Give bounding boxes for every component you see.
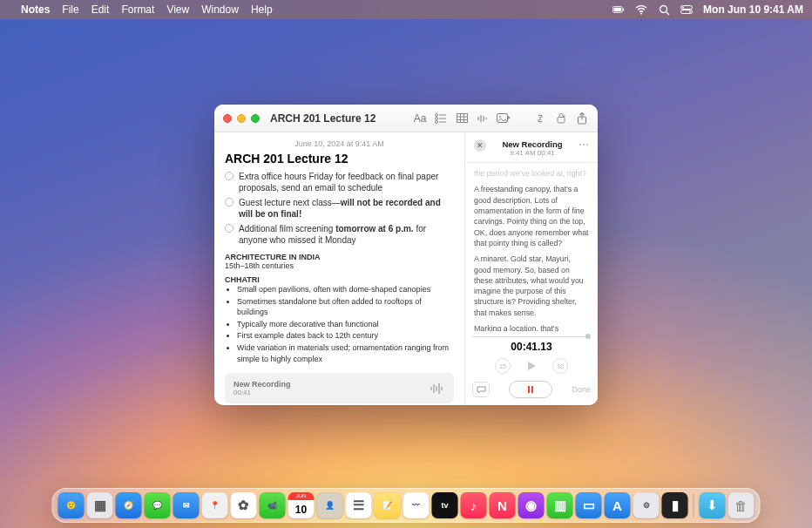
- done-button[interactable]: Done: [572, 385, 591, 394]
- checkbox[interactable]: [225, 224, 233, 233]
- wifi-icon[interactable]: [635, 3, 647, 16]
- skip-forward-button[interactable]: 30: [552, 358, 568, 374]
- svg-point-12: [436, 117, 438, 119]
- menu-edit[interactable]: Edit: [91, 3, 110, 16]
- bullet-item: Small open pavilions, often with dome-sh…: [237, 284, 454, 295]
- dock-trash[interactable]: 🗑: [728, 492, 754, 518]
- recording-attachment[interactable]: New Recording 00:41: [225, 373, 454, 403]
- table-icon[interactable]: [455, 112, 469, 125]
- dock: 🙂▦🧭💬✉︎📍✿📹JUN10👤☰📝〰︎tv♪N◉▥▭A⚙︎▮⬇︎🗑: [52, 488, 761, 523]
- recording-transcript[interactable]: the period we've looked at, right? A fre…: [465, 163, 598, 331]
- window-minimize-button[interactable]: [237, 114, 246, 123]
- transcript-toggle-icon[interactable]: [472, 382, 490, 397]
- control-center-icon[interactable]: [680, 3, 693, 16]
- audio-record-icon[interactable]: [476, 112, 490, 125]
- dock-launchpad[interactable]: ▦: [87, 492, 113, 518]
- dock-maps[interactable]: 📍: [202, 492, 228, 518]
- dock-freeform[interactable]: 〰︎: [403, 492, 430, 518]
- dock-notes[interactable]: 📝: [375, 492, 401, 518]
- note-content-pane[interactable]: June 10, 2024 at 9:41 AM ARCH 201 Lectur…: [214, 132, 465, 405]
- dock-reminders[interactable]: ☰: [346, 492, 372, 518]
- svg-rect-16: [457, 114, 467, 123]
- spotlight-icon[interactable]: [658, 3, 670, 16]
- recording-more-icon[interactable]: ⋯: [579, 139, 589, 150]
- checkbox[interactable]: [225, 198, 233, 206]
- battery-icon[interactable]: [612, 3, 625, 16]
- dock-contacts[interactable]: 👤: [317, 492, 343, 518]
- dock-news[interactable]: N: [490, 492, 516, 518]
- note-title: ARCH 201 Lecture 12: [225, 152, 454, 166]
- recording-time: 00:41.13: [472, 341, 591, 353]
- svg-point-7: [682, 7, 684, 9]
- svg-point-4: [660, 5, 667, 12]
- app-name-menu[interactable]: Notes: [21, 3, 50, 16]
- recording-name: New Recording: [491, 139, 573, 149]
- recording-close-button[interactable]: ✕: [474, 139, 486, 152]
- link-icon[interactable]: [533, 112, 547, 125]
- transcript-paragraph: A minaret. Gold star, Mayuri, good memor…: [474, 254, 589, 318]
- attachment-name: New Recording: [233, 380, 423, 389]
- dock-iphone-mirror[interactable]: ▮: [662, 492, 688, 518]
- notes-window: ARCH 201 Lecture 12 Aa: [214, 105, 598, 405]
- svg-point-14: [436, 120, 438, 123]
- menu-help[interactable]: Help: [251, 3, 273, 16]
- window-traffic-lights: [223, 114, 260, 123]
- format-text-icon[interactable]: Aa: [413, 112, 427, 125]
- svg-point-3: [640, 12, 642, 14]
- menu-format[interactable]: Format: [121, 3, 154, 16]
- dock-numbers[interactable]: ▥: [547, 492, 573, 518]
- svg-rect-1: [614, 8, 622, 12]
- checklist-item-text: Guest lecture next class—will not be rec…: [239, 197, 454, 220]
- checkbox[interactable]: [225, 172, 233, 180]
- transcript-paragraph: Marking a location, that's interesting. …: [474, 323, 589, 331]
- share-icon[interactable]: [575, 112, 589, 125]
- window-title: ARCH 201 Lecture 12: [270, 112, 376, 125]
- lock-icon[interactable]: [554, 112, 568, 125]
- dock-keynote[interactable]: ▭: [576, 492, 602, 518]
- media-icon[interactable]: [497, 112, 511, 125]
- sub-heading: CHHATRI: [225, 275, 454, 284]
- dock-safari[interactable]: 🧭: [116, 492, 142, 518]
- pause-recording-button[interactable]: [509, 381, 552, 398]
- note-date: June 10, 2024 at 9:41 AM: [225, 139, 454, 148]
- dock-settings[interactable]: ⚙︎: [633, 492, 660, 518]
- dock-mail[interactable]: ✉︎: [173, 492, 200, 518]
- dock-facetime[interactable]: 📹: [260, 492, 286, 518]
- svg-point-26: [499, 116, 501, 118]
- dock-tv[interactable]: tv: [432, 492, 458, 518]
- checklist: Extra office hours Friday for feedback o…: [225, 171, 454, 246]
- svg-point-9: [689, 11, 691, 13]
- svg-rect-28: [558, 118, 565, 124]
- recording-pane: ✕ New Recording 9:41 AM 00:41 ⋯ the peri…: [465, 132, 598, 405]
- svg-point-10: [436, 113, 438, 116]
- dock-finder[interactable]: 🙂: [58, 492, 85, 518]
- recording-progress[interactable]: [472, 336, 591, 337]
- dock-downloads[interactable]: ⬇︎: [700, 492, 726, 518]
- dock-photos[interactable]: ✿: [231, 492, 257, 518]
- play-button[interactable]: [526, 361, 537, 371]
- menu-view[interactable]: View: [166, 3, 189, 16]
- window-close-button[interactable]: [223, 114, 232, 123]
- svg-line-5: [666, 11, 669, 15]
- section-heading: ARCHITECTURE IN INDIA: [225, 253, 454, 261]
- menu-file[interactable]: File: [62, 3, 78, 16]
- dock-music[interactable]: ♪: [461, 492, 487, 518]
- checklist-icon[interactable]: [434, 112, 448, 125]
- section-subheading: 15th–18th centuries: [225, 261, 454, 270]
- checklist-item-text: Additional film screening tomorrow at 6 …: [239, 223, 454, 246]
- window-titlebar[interactable]: ARCH 201 Lecture 12 Aa: [214, 105, 598, 132]
- bullet-item: First example dates back to 12th century: [237, 330, 454, 342]
- bullet-item: Sometimes standalone but often added to …: [237, 296, 454, 318]
- dock-podcasts[interactable]: ◉: [518, 492, 545, 518]
- dock-calendar[interactable]: JUN10: [288, 492, 315, 518]
- dock-appstore[interactable]: A: [605, 492, 631, 518]
- transcript-paragraph: A freestanding canopy, that's a good des…: [474, 184, 589, 248]
- svg-rect-2: [623, 8, 624, 10]
- dock-messages[interactable]: 💬: [145, 492, 171, 518]
- checklist-item-text: Extra office hours Friday for feedback o…: [239, 171, 454, 193]
- recording-meta: 9:41 AM 00:41: [491, 149, 573, 157]
- skip-back-button[interactable]: 15: [495, 358, 511, 374]
- menubar-datetime[interactable]: Mon Jun 10 9:41 AM: [703, 3, 803, 16]
- menu-window[interactable]: Window: [201, 3, 239, 16]
- window-zoom-button[interactable]: [251, 114, 260, 123]
